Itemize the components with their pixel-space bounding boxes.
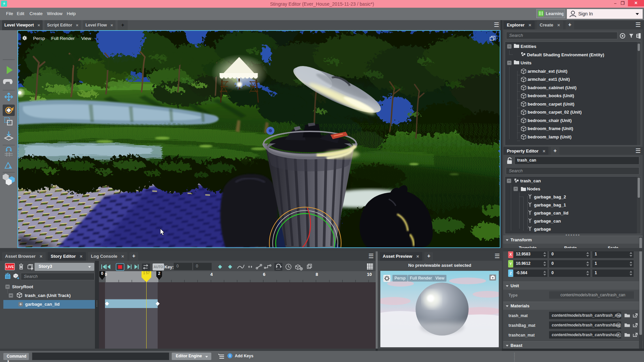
svg-text:Key:: Key: [164,264,174,269]
svg-text:Sign In: Sign In [578,11,593,16]
svg-text:0: 0 [105,272,107,277]
svg-text:Learning: Learning [546,11,564,16]
svg-text:10: 10 [367,272,372,277]
svg-text:AUTO: AUTO [154,265,163,269]
svg-text:6: 6 [263,272,265,277]
svg-text:8: 8 [316,272,318,277]
svg-text:4: 4 [210,272,213,277]
